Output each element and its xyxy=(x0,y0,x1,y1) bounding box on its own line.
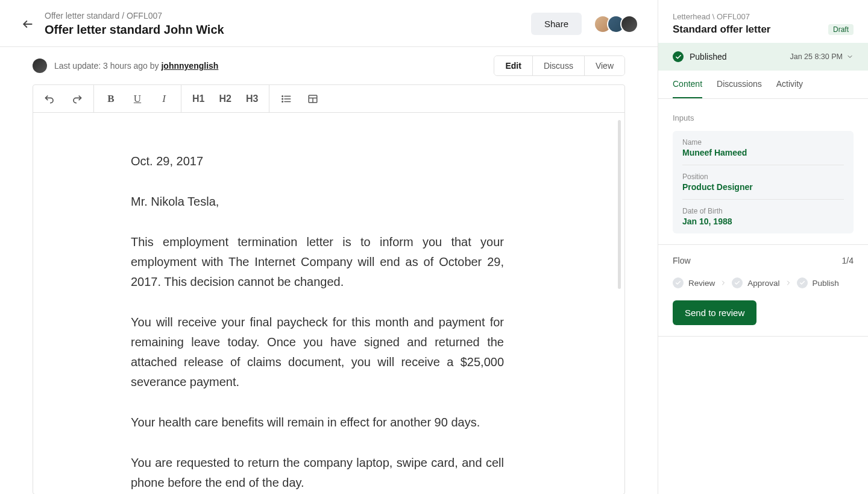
doc-date: Oct. 29, 2017 xyxy=(131,151,504,171)
input-item-dob[interactable]: Date of Birth Jan 10, 1988 xyxy=(682,200,844,233)
draft-badge: Draft xyxy=(828,24,854,35)
input-label: Date of Birth xyxy=(682,207,844,215)
input-value: Jan 10, 1988 xyxy=(682,217,844,226)
author-avatar[interactable] xyxy=(33,59,47,73)
document-body[interactable]: Oct. 29, 2017 Mr. Nikola Tesla, This emp… xyxy=(33,113,624,494)
table-icon xyxy=(307,93,318,104)
list-icon xyxy=(281,93,292,104)
status-bar[interactable]: Published Jan 25 8:30 PM xyxy=(658,43,868,71)
h2-button[interactable]: H2 xyxy=(216,93,233,104)
tab-activity[interactable]: Activity xyxy=(776,79,803,98)
update-prefix: Last update: 3 hours ago by xyxy=(54,61,161,71)
input-item-position[interactable]: Position Product Designer xyxy=(682,165,844,200)
input-label: Name xyxy=(682,138,844,147)
flow-progress: 1/4 xyxy=(842,256,854,265)
flow-step-publish[interactable]: Publish xyxy=(797,277,839,288)
toolbar-heading-group: H1 H2 H3 xyxy=(181,85,269,112)
collaborator-avatars[interactable] xyxy=(594,15,638,33)
inputs-card: Name Muneef Hameed Position Product Desi… xyxy=(673,131,854,233)
input-item-name[interactable]: Name Muneef Hameed xyxy=(682,131,844,165)
doc-paragraph: This employment termination letter is to… xyxy=(131,232,504,292)
inputs-section: Inputs Name Muneef Hameed Position Produ… xyxy=(658,99,868,245)
undo-icon xyxy=(44,93,56,105)
underline-button[interactable]: U xyxy=(129,90,146,107)
check-icon xyxy=(797,277,808,288)
page-title: Offer letter standard John Wick xyxy=(45,23,531,37)
redo-icon xyxy=(71,93,83,105)
main-panel: Offer letter standard / OFFL007 Offer le… xyxy=(0,0,658,494)
side-tabs: Content Discussions Activity xyxy=(658,71,868,99)
share-button[interactable]: Share xyxy=(531,13,582,35)
chevron-down-icon xyxy=(846,53,854,60)
input-value: Product Designer xyxy=(682,182,844,192)
editor-wrap: B U I H1 H2 H3 xyxy=(33,84,625,494)
check-icon xyxy=(732,277,743,288)
back-button[interactable] xyxy=(19,16,36,33)
breadcrumb[interactable]: Offer letter standard / OFFL007 xyxy=(45,11,531,21)
tab-discuss[interactable]: Discuss xyxy=(532,56,584,75)
h1-button[interactable]: H1 xyxy=(190,93,207,104)
toolbar-block-group xyxy=(269,85,330,112)
header-titles: Offer letter standard / OFFL007 Offer le… xyxy=(45,11,531,37)
tab-discussions[interactable]: Discussions xyxy=(717,79,762,98)
side-breadcrumb[interactable]: Letterhead \ OFFL007 xyxy=(673,12,854,21)
tab-content[interactable]: Content xyxy=(673,79,702,98)
redo-button[interactable] xyxy=(68,90,85,107)
list-button[interactable] xyxy=(278,90,295,107)
status-timestamp-toggle[interactable]: Jan 25 8:30 PM xyxy=(790,52,854,61)
flow-steps: Review Approval Publish xyxy=(673,277,854,288)
last-update-text: Last update: 3 hours ago by johnnyenglis… xyxy=(54,61,218,71)
sub-header: Last update: 3 hours ago by johnnyenglis… xyxy=(0,47,658,84)
status-timestamp: Jan 25 8:30 PM xyxy=(790,52,843,61)
undo-button[interactable] xyxy=(42,90,58,107)
h3-button[interactable]: H3 xyxy=(244,93,260,104)
tab-edit[interactable]: Edit xyxy=(494,56,532,75)
send-to-review-button[interactable]: Send to review xyxy=(673,300,756,325)
table-button[interactable] xyxy=(304,90,321,107)
step-label: Review xyxy=(688,279,715,288)
check-icon xyxy=(673,51,684,62)
step-label: Publish xyxy=(813,279,839,288)
italic-button[interactable]: I xyxy=(156,90,172,107)
svg-point-6 xyxy=(282,101,283,102)
arrow-left-icon xyxy=(22,18,34,30)
input-value: Muneef Hameed xyxy=(682,148,844,157)
tab-view[interactable]: View xyxy=(584,56,624,75)
side-title: Standard offer letter xyxy=(673,24,770,36)
check-icon xyxy=(673,277,684,288)
side-panel: Letterhead \ OFFL007 Standard offer lett… xyxy=(658,0,868,494)
header-right: Share xyxy=(531,13,638,35)
step-label: Approval xyxy=(747,279,779,288)
main-header: Offer letter standard / OFFL007 Offer le… xyxy=(0,0,658,47)
chevron-right-icon xyxy=(720,279,727,287)
flow-step-review[interactable]: Review xyxy=(673,277,715,288)
inputs-label: Inputs xyxy=(673,113,854,122)
sub-left: Last update: 3 hours ago by johnnyenglis… xyxy=(33,59,218,73)
flow-step-approval[interactable]: Approval xyxy=(732,277,779,288)
avatar[interactable] xyxy=(620,15,638,33)
svg-point-4 xyxy=(282,95,283,97)
chevron-right-icon xyxy=(785,279,792,287)
flow-label: Flow xyxy=(673,256,691,265)
toolbar-style-group: B U I xyxy=(94,85,181,112)
status-text: Published xyxy=(690,52,727,62)
bold-button[interactable]: B xyxy=(102,90,119,107)
view-mode-tabs: Edit Discuss View xyxy=(494,55,625,76)
svg-point-5 xyxy=(282,98,283,100)
flow-section: Flow 1/4 Review Approval xyxy=(658,245,868,337)
input-label: Position xyxy=(682,173,844,181)
doc-paragraph: You will receive your final paycheck for… xyxy=(131,312,504,392)
editor-area: B U I H1 H2 H3 xyxy=(0,84,658,494)
toolbar-history-group xyxy=(33,85,94,112)
doc-paragraph: You are requested to return the company … xyxy=(131,453,504,493)
doc-paragraph: Your health care benefits will remain in… xyxy=(131,413,504,432)
update-user-link[interactable]: johnnyenglish xyxy=(161,61,218,71)
doc-salutation: Mr. Nikola Tesla, xyxy=(131,192,504,212)
side-header: Letterhead \ OFFL007 Standard offer lett… xyxy=(658,0,868,43)
editor-toolbar: B U I H1 H2 H3 xyxy=(33,85,624,113)
